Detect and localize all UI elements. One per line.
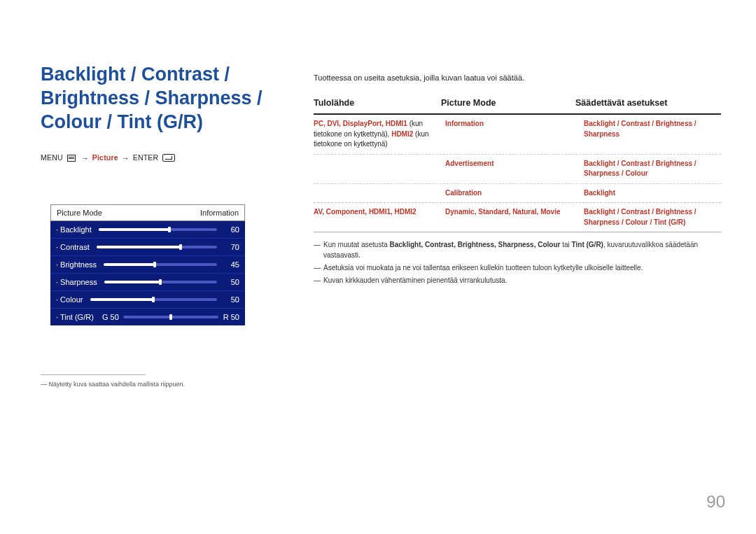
- osd-row-value: 70: [224, 243, 239, 251]
- osd-row: · Contrast70: [50, 238, 245, 255]
- osd-row-label: · Sharpness: [56, 278, 97, 286]
- cell-settings: Backlight / Contrast / Brightness / Shar…: [584, 155, 721, 183]
- osd-row: · Backlight60: [50, 221, 245, 238]
- osd-row: · Brightness45: [50, 255, 245, 273]
- osd-slider: [104, 281, 217, 283]
- osd-tint-r: R 50: [221, 313, 239, 321]
- footnote-left: ― Näytetty kuva saattaa vaihdella mallis…: [41, 381, 293, 388]
- osd-header-left: Picture Mode: [57, 209, 102, 217]
- osd-tint-g: G 50: [102, 313, 120, 321]
- cell-source: AV, Component, HDMI1, HDMI2: [314, 203, 445, 222]
- osd-row-value: 50: [224, 295, 239, 304]
- intro-text: Tuotteessa on useita asetuksia, joilla k…: [314, 72, 721, 84]
- osd-row-value: 45: [224, 260, 239, 269]
- page-title: Backlight / Contrast / Brightness / Shar…: [41, 63, 293, 134]
- path-menu: MENU: [41, 153, 63, 162]
- osd-header-right: Information: [200, 209, 239, 217]
- path-enter: ENTER: [133, 153, 159, 162]
- osd-row: · Sharpness50: [50, 273, 245, 290]
- cell-mode: Advertisement: [445, 155, 584, 174]
- osd-row-value: 60: [224, 225, 239, 234]
- table-header: Tulolähde Picture Mode Säädettävät asetu…: [314, 97, 721, 115]
- note-item: ― Kuvan kirkkauden vähentäminen pienentä…: [314, 275, 721, 286]
- cell-source: PC, DVI, DisplayPort, HDMI1 (kun tietoko…: [314, 115, 445, 154]
- arrow-icon: →: [81, 154, 89, 162]
- page-number: 90: [706, 492, 725, 512]
- osd-slider: [104, 263, 217, 266]
- note-item: ― Asetuksia voi muokata ja ne voi tallen…: [314, 262, 721, 273]
- dash-icon: ―: [314, 275, 323, 286]
- dash-icon: ―: [314, 262, 323, 273]
- cell-mode: Dynamic, Standard, Natural, Movie: [445, 203, 584, 222]
- footnote-divider: [41, 374, 146, 375]
- note-item: ― Kun muutat asetusta Backlight, Contras…: [314, 239, 721, 260]
- th-mode: Picture Mode: [441, 97, 575, 110]
- cell-settings: Backlight / Contrast / Brightness / Shar…: [584, 203, 721, 232]
- cell-mode: Information: [445, 115, 584, 134]
- osd-row-value: 50: [224, 278, 239, 286]
- cell-mode: Calibration: [445, 184, 584, 203]
- osd-row-label: · Colour: [56, 295, 83, 304]
- notes-list: ― Kun muutat asetusta Backlight, Contras…: [314, 239, 721, 286]
- table-body: PC, DVI, DisplayPort, HDMI1 (kun tietoko…: [314, 115, 721, 232]
- osd-header: Picture Mode Information: [50, 204, 245, 221]
- osd-row: · Colour50: [50, 290, 245, 308]
- osd-row-label: · Brightness: [56, 260, 97, 269]
- osd-tint-label: · Tint (G/R): [56, 313, 102, 321]
- enter-icon: [162, 154, 175, 162]
- arrow-icon: →: [122, 154, 130, 162]
- osd-row-tint: · Tint (G/R) G 50 R 50: [50, 308, 245, 325]
- breadcrumb-path: MENU → Picture → ENTER: [41, 153, 293, 162]
- path-picture: Picture: [92, 153, 118, 162]
- menu-icon: [67, 155, 76, 162]
- osd-preview: Picture Mode Information · Backlight60· …: [50, 204, 245, 325]
- th-settings: Säädettävät asetukset: [575, 97, 721, 110]
- cell-settings: Backlight / Contrast / Brightness / Shar…: [584, 115, 721, 143]
- osd-slider: [97, 246, 217, 248]
- th-source: Tulolähde: [314, 97, 441, 110]
- table-row-group: PC, DVI, DisplayPort, HDMI1 (kun tietoko…: [314, 115, 721, 203]
- cell-settings: Backlight: [584, 184, 721, 203]
- osd-row-label: · Contrast: [56, 243, 90, 251]
- table-row-group: AV, Component, HDMI1, HDMI2 Dynamic, Sta…: [314, 203, 721, 232]
- osd-tint-slider: [123, 316, 218, 318]
- osd-row-label: · Backlight: [56, 225, 92, 234]
- osd-slider: [99, 228, 217, 231]
- dash-icon: ―: [314, 239, 323, 260]
- osd-slider: [90, 298, 217, 301]
